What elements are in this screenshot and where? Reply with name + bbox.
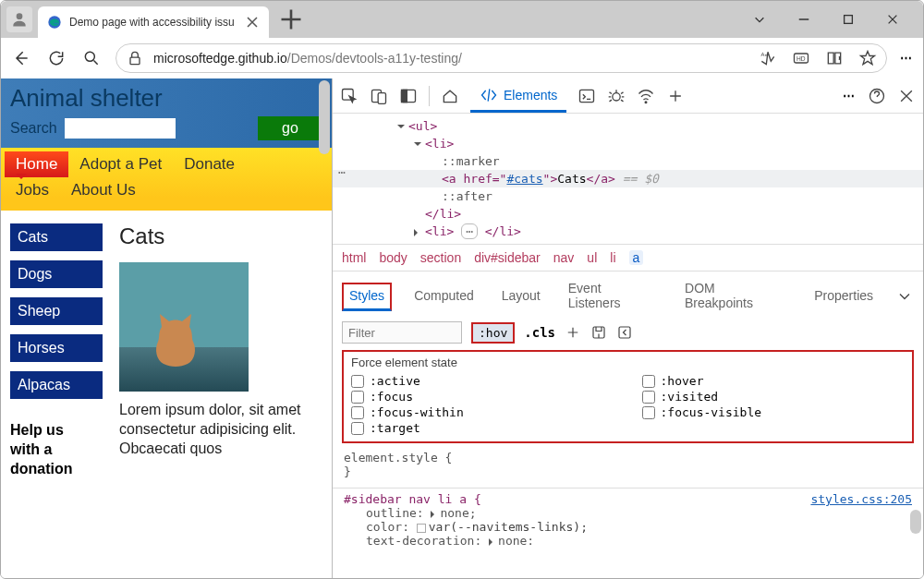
page-scrollbar[interactable]: [319, 80, 330, 154]
window-close-icon[interactable]: [879, 6, 906, 33]
nav-jobs[interactable]: Jobs: [5, 177, 60, 203]
sidebar-item-alpacas[interactable]: Alpacas: [10, 371, 103, 399]
svg-rect-13: [580, 90, 594, 102]
go-button[interactable]: go: [258, 116, 322, 140]
search-label: Search: [10, 120, 57, 137]
device-icon[interactable]: [370, 87, 388, 105]
cat-image: [119, 262, 249, 392]
sidebar-item-sheep[interactable]: Sheep: [10, 297, 103, 325]
force-active[interactable]: :active: [351, 373, 614, 389]
save-icon[interactable]: [590, 324, 607, 341]
svg-point-0: [17, 13, 23, 19]
force-target[interactable]: :target: [351, 420, 614, 436]
svg-rect-2: [845, 16, 853, 24]
url-text: microsoftedge.github.io/Demos/devtools-a…: [153, 51, 462, 66]
profile-button[interactable]: [6, 6, 32, 32]
sidebar-item-dogs[interactable]: Dogs: [10, 260, 103, 288]
toggle-cls-button[interactable]: .cls: [524, 325, 555, 340]
svg-rect-10: [378, 92, 385, 103]
css-element-style[interactable]: element.style { }: [333, 447, 923, 482]
browser-tab[interactable]: Demo page with accessibility issu: [38, 6, 269, 38]
content-text: Lorem ipsum dolor, sit amet consectetur …: [119, 401, 322, 458]
tab-close-icon[interactable]: [245, 15, 260, 30]
nav-home[interactable]: Home: [5, 151, 68, 177]
reader-icon[interactable]: [825, 49, 844, 67]
svg-rect-4: [130, 57, 140, 64]
force-focus[interactable]: :focus: [351, 389, 614, 404]
tab-properties[interactable]: Properties: [808, 284, 879, 308]
force-state-panel: Force element state :active :focus :focu…: [342, 350, 914, 443]
search-icon[interactable]: [80, 47, 103, 69]
svg-rect-18: [619, 327, 630, 338]
reload-button[interactable]: [45, 47, 67, 69]
more-menu-icon[interactable]: ⋯: [900, 51, 914, 65]
lock-icon: [126, 49, 144, 67]
elements-tree[interactable]: ⋯ <ul> <li> ::marker <a href="#cats">Cat…: [333, 114, 923, 244]
dock-icon[interactable]: [399, 87, 418, 105]
inspect-icon[interactable]: [340, 87, 359, 105]
tab-elements[interactable]: Elements: [470, 80, 566, 113]
favorite-icon[interactable]: [858, 49, 877, 67]
svg-point-15: [646, 101, 648, 103]
page-title: Animal shelter: [10, 84, 322, 113]
help-icon[interactable]: [868, 87, 886, 105]
nav-about[interactable]: About Us: [60, 177, 147, 203]
breadcrumb[interactable]: html body section div#sidebar nav ul li …: [333, 244, 923, 271]
css-source-link[interactable]: styles.css:205: [810, 492, 912, 506]
styles-scrollbar[interactable]: [910, 510, 921, 534]
svg-rect-12: [402, 90, 407, 102]
nav-donate[interactable]: Donate: [173, 151, 246, 177]
tab-styles[interactable]: Styles: [342, 283, 392, 311]
toggle-hov-button[interactable]: :hov: [471, 322, 515, 344]
new-tab-button[interactable]: [278, 6, 304, 32]
force-visited[interactable]: :visited: [642, 389, 906, 404]
hd-icon[interactable]: HD: [792, 49, 810, 67]
tab-title: Demo page with accessibility issu: [69, 16, 237, 29]
read-aloud-icon[interactable]: A»: [759, 49, 777, 67]
back-button[interactable]: [10, 47, 32, 69]
plus-icon[interactable]: [565, 324, 581, 341]
bug-icon[interactable]: [607, 87, 626, 105]
sidebar-item-horses[interactable]: Horses: [10, 334, 103, 362]
tab-layout[interactable]: Layout: [496, 284, 546, 308]
welcome-icon[interactable]: [441, 87, 459, 105]
tab-event-listeners[interactable]: Event Listeners: [563, 277, 663, 316]
search-input[interactable]: [65, 118, 176, 139]
network-icon[interactable]: [637, 87, 655, 105]
window-minimize-icon[interactable]: [790, 6, 818, 33]
tab-dom-breakpoints[interactable]: DOM Breakpoints: [679, 277, 792, 316]
edge-icon: [47, 15, 62, 30]
force-focus-within[interactable]: :focus-within: [351, 404, 614, 420]
collapse-icon[interactable]: [616, 324, 633, 341]
svg-text:HD: HD: [796, 55, 806, 62]
sidebar-item-cats[interactable]: Cats: [10, 223, 103, 251]
elements-menu-icon[interactable]: ⋯: [338, 165, 346, 179]
window-maximize-icon[interactable]: [834, 6, 862, 33]
nav-adopt[interactable]: Adopt a Pet: [68, 151, 173, 177]
styles-filter-input[interactable]: [342, 321, 462, 344]
tab-computed[interactable]: Computed: [408, 284, 480, 308]
svg-text:A»: A»: [761, 51, 768, 56]
force-hover[interactable]: :hover: [642, 373, 906, 389]
content-heading: Cats: [119, 223, 322, 249]
force-focus-visible[interactable]: :focus-visible: [642, 404, 906, 420]
add-tab-icon[interactable]: [666, 87, 685, 105]
donation-help-text: Help us with a donation: [10, 421, 103, 478]
chevron-down-icon[interactable]: [895, 287, 914, 306]
address-bar[interactable]: microsoftedge.github.io/Demos/devtools-a…: [116, 43, 887, 73]
console-icon[interactable]: [578, 87, 596, 105]
svg-point-14: [613, 92, 620, 100]
window-dropdown-icon[interactable]: [746, 6, 773, 33]
devtools-more-icon[interactable]: ⋯: [843, 89, 857, 103]
svg-point-3: [85, 52, 94, 61]
css-rule[interactable]: styles.css:205 #sidebar nav li a { outli…: [333, 488, 923, 551]
close-devtools-icon[interactable]: [897, 87, 916, 105]
